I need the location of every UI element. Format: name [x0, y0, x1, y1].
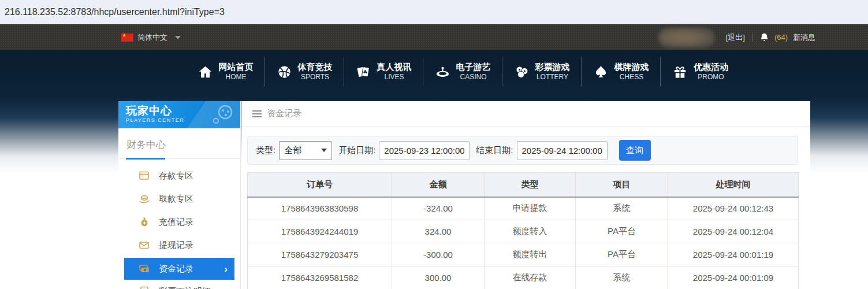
message-count[interactable]: (64): [774, 33, 788, 42]
end-date-label: 结束日期:: [476, 145, 513, 156]
cell-type: 额度转入: [485, 220, 576, 243]
cell-project: 系统: [576, 266, 668, 289]
menu-icon: [252, 110, 262, 117]
table-header-row: 订单号 金额 类型 项目 处理时间: [248, 173, 799, 197]
nav-item-lottery[interactable]: 彩票游戏LOTTERY: [502, 57, 582, 87]
start-date-label: 开始日期:: [338, 145, 375, 156]
table-row: 1758643279203475 -300.00 额度转出 PA平台 2025-…: [248, 243, 799, 266]
type-select-value: 全部: [284, 145, 301, 156]
cards-icon: [356, 64, 371, 80]
start-date-input[interactable]: [379, 141, 470, 160]
sidebar-item-recharge-records[interactable]: 充值记录: [124, 210, 234, 234]
breadcrumb-label: 资金记录: [267, 108, 301, 119]
cell-type: 在线存款: [485, 266, 576, 289]
table-row: 1758643963830598 -324.00 申请提款 系统 2025-09…: [248, 197, 799, 220]
nav-label-en: PROMO: [694, 72, 728, 81]
cell-amount: -324.00: [392, 197, 485, 220]
nav-label-en: SPORTS: [298, 72, 333, 81]
nav-item-home[interactable]: 网站首页HOME: [186, 57, 265, 87]
username-redacted[interactable]: [658, 27, 715, 48]
cell-order-no: 1758643279203475: [248, 243, 392, 266]
sports-ball-icon: [277, 64, 292, 80]
account-bar: 简体中文 [退出] (64) 新消息: [0, 24, 868, 50]
sidebar-item-deposit-zone[interactable]: 存款专区: [124, 164, 234, 187]
language-selector[interactable]: 简体中文: [121, 24, 181, 50]
type-label: 类型:: [256, 145, 275, 156]
sidebar-item-label: 彩票下注明细: [159, 286, 211, 289]
cell-order-no: 1758643269581582: [248, 266, 392, 289]
sidebar-item-label: 取款专区: [159, 194, 193, 205]
main-nav: 网站首页HOME 体育竞技SPORTS 真人视讯LIVES 电子游艺CASINO: [186, 57, 740, 87]
nav-item-casino[interactable]: 电子游艺CASINO: [423, 57, 502, 87]
language-label: 简体中文: [137, 32, 167, 43]
sidebar-item-withdraw-zone[interactable]: 取款专区: [124, 187, 234, 210]
nav-label-en: HOME: [219, 72, 254, 81]
funds-icon: [139, 264, 150, 274]
home-icon: [198, 64, 213, 80]
main-panel: 资金记录 类型: 全部 开始日期: 结束日期: 查询 订单号 金额 类型 项目 …: [241, 101, 810, 289]
header-order-no: 订单号: [248, 173, 392, 197]
nav-label-zh: 优惠活动: [694, 62, 728, 72]
chevron-down-icon: [321, 149, 327, 152]
cell-type: 额度转出: [485, 243, 576, 266]
chevron-right-icon: ›: [224, 264, 228, 274]
cell-amount: 324.00: [392, 220, 485, 243]
filter-bar: 类型: 全部 开始日期: 结束日期: 查询: [247, 136, 798, 165]
type-select[interactable]: 全部: [279, 141, 332, 160]
cell-order-no: 1758643963830598: [248, 197, 392, 220]
bell-icon[interactable]: [759, 32, 769, 42]
sidebar-item-label: 提现记录: [159, 240, 193, 251]
section-label: 财务中心: [126, 139, 166, 150]
sidebar-item-lottery-bet-details[interactable]: 彩票下注明细: [124, 280, 234, 289]
user-group: [退出] (64) 新消息: [658, 24, 815, 50]
sidebar-item-label: 充值记录: [159, 217, 193, 228]
table-row: 1758643924244019 324.00 额度转入 PA平台 2025-0…: [248, 220, 799, 243]
cell-project: PA平台: [576, 220, 668, 243]
address-url: 216.118.235.52:8783/hhcp/usercenter.html…: [5, 7, 225, 17]
breadcrumb: 资金记录: [241, 101, 810, 127]
cell-process-time: 2025-09-24 00:12:04: [668, 220, 799, 243]
records-table: 订单号 金额 类型 项目 处理时间 1758643963830598 -324.…: [247, 172, 799, 289]
cell-amount: 300.00: [392, 266, 485, 289]
lottery-balls-icon: [514, 64, 530, 80]
nav-label-zh: 网站首页: [219, 62, 254, 72]
gift-icon: [672, 64, 688, 80]
nav-label-zh: 真人视讯: [377, 62, 412, 72]
logout-button[interactable]: [退出]: [726, 32, 745, 43]
divider: [752, 33, 752, 42]
nav-item-chess[interactable]: 棋牌游戏CHESS: [582, 57, 661, 87]
cell-amount: -300.00: [392, 243, 485, 266]
withdraw-icon: [139, 194, 150, 204]
roulette-icon: [435, 64, 450, 80]
sidebar-menu: 存款专区 取款专区 充值记录 提现记录: [118, 164, 240, 289]
gamepad-decor-icon: [211, 104, 236, 125]
sidebar-item-cashout-records[interactable]: 提现记录: [124, 234, 234, 257]
header-amount: 金额: [392, 173, 485, 197]
sidebar: 玩家中心 PLAYERS CENTER 财务中心 存款专区 取款专区: [118, 101, 241, 289]
cell-type: 申请提款: [485, 197, 576, 220]
cell-project: PA平台: [576, 243, 668, 266]
cell-project: 系统: [576, 197, 668, 220]
header-type: 类型: [485, 173, 576, 197]
envelope-icon: [139, 240, 150, 250]
nav-label-en: LOTTERY: [535, 72, 570, 81]
address-bar[interactable]: 216.118.235.52:8783/hhcp/usercenter.html…: [0, 0, 868, 24]
nav-label-zh: 彩票游戏: [535, 62, 570, 72]
nav-label-zh: 电子游艺: [456, 62, 491, 72]
cell-process-time: 2025-09-24 00:12:43: [668, 197, 799, 220]
end-date-input[interactable]: [517, 141, 608, 160]
nav-item-sports[interactable]: 体育竞技SPORTS: [265, 57, 344, 87]
nav-item-promo[interactable]: 优惠活动PROMO: [661, 57, 740, 87]
chevron-down-icon: [175, 36, 181, 39]
sidebar-item-label: 资金记录: [159, 264, 193, 275]
cell-order-no: 1758643924244019: [248, 220, 392, 243]
message-label[interactable]: 新消息: [793, 32, 815, 43]
deposit-icon: [139, 171, 150, 181]
search-button[interactable]: 查询: [619, 140, 651, 161]
sidebar-section-finance: 财务中心: [118, 128, 240, 159]
sidebar-item-funds-records[interactable]: 资金记录 ›: [124, 258, 234, 280]
nav-label-en: LIVES: [377, 72, 412, 81]
cell-process-time: 2025-09-24 00:01:09: [668, 266, 799, 289]
nav-label-en: CASINO: [456, 72, 491, 81]
nav-item-lives[interactable]: 真人视讯LIVES: [344, 57, 423, 87]
